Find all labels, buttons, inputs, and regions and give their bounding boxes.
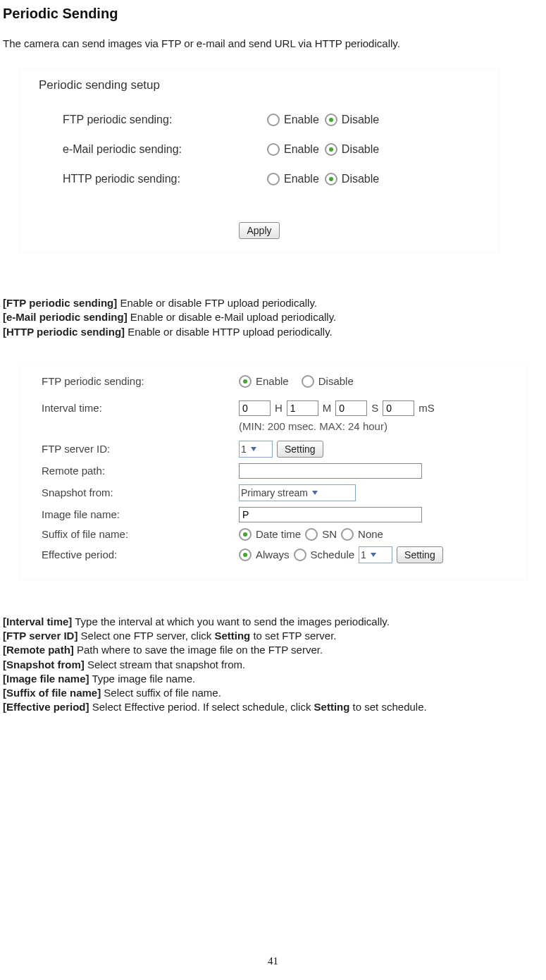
d2-remote-text: Path where to save the image file on the…	[74, 644, 323, 656]
desc-email-key: [e-Mail periodic sending]	[3, 311, 128, 323]
email-enable-radio[interactable]: Enable	[267, 143, 319, 156]
remote-path-input[interactable]	[239, 463, 422, 479]
d2-effective-post: to set schedule.	[349, 701, 426, 713]
apply-button[interactable]: Apply	[239, 222, 279, 239]
server-select-value: 1	[241, 443, 247, 455]
suffix-none-text: None	[358, 528, 383, 540]
http-disable-text: Disable	[342, 173, 379, 185]
effective-schedule-text: Schedule	[311, 549, 355, 561]
page-number: 41	[0, 955, 546, 967]
http-enable-radio[interactable]: Enable	[267, 173, 319, 185]
email-row: e-Mail periodic sending: Enable Disable	[20, 135, 498, 164]
d2-effective-bold: Setting	[314, 701, 350, 713]
hours-input[interactable]	[239, 400, 271, 416]
desc-ftp-text: Enable or disable FTP upload periodicall…	[117, 297, 317, 309]
schedule-select[interactable]: 1	[359, 546, 392, 563]
seconds-unit: S	[371, 402, 378, 414]
effective-always-radio[interactable]: Always	[239, 549, 290, 561]
http-enable-text: Enable	[284, 173, 319, 185]
email-disable-radio[interactable]: Disable	[325, 143, 379, 156]
server-setting-button[interactable]: Setting	[277, 441, 323, 458]
d2-interval-text: Type the interval at which you want to s…	[72, 615, 390, 627]
d2-effective-key: [Effective period]	[3, 701, 89, 713]
http-row: HTTP periodic sending: Enable Disable	[20, 164, 498, 194]
imgname-label: Image file name:	[42, 508, 239, 520]
f2-enable-text: Enable	[256, 375, 289, 387]
d2-server-pre: Select one FTP server, click	[77, 630, 214, 642]
suffix-datetime-text: Date time	[256, 528, 301, 540]
chevron-down-icon	[312, 491, 318, 495]
interval-hint: (MIN: 200 msec. MAX: 24 hour)	[239, 419, 526, 438]
snapshot-label: Snapshot from:	[42, 486, 239, 498]
schedule-select-value: 1	[361, 549, 366, 561]
d2-interval-key: [Interval time]	[3, 615, 72, 627]
effective-schedule-radio[interactable]: Schedule	[294, 549, 355, 561]
ms-input[interactable]	[383, 400, 414, 416]
ftp-enable-text: Enable	[284, 114, 319, 126]
d2-suffix-text: Select suffix of file name.	[101, 687, 221, 699]
schedule-setting-button[interactable]: Setting	[397, 546, 443, 563]
desc-email-text: Enable or disable e-Mail upload periodic…	[128, 311, 337, 323]
chevron-down-icon	[371, 553, 376, 557]
http-disable-radio[interactable]: Disable	[325, 173, 379, 185]
effective-label: Effective period:	[42, 549, 239, 561]
d2-server-key: [FTP server ID]	[3, 630, 77, 642]
chevron-down-icon	[251, 447, 256, 451]
suffix-label: Suffix of file name:	[42, 528, 239, 540]
page-title: Periodic Sending	[3, 6, 536, 22]
f2-ftp-label: FTP periodic sending:	[42, 375, 239, 387]
snapshot-select-value: Primary stream	[241, 487, 308, 498]
desc-http-key: [HTTP periodic sending]	[3, 326, 125, 338]
d2-remote-key: [Remote path]	[3, 644, 74, 656]
f2-enable-radio[interactable]: Enable	[239, 375, 289, 388]
d2-server-post: to set FTP server.	[250, 630, 336, 642]
http-label: HTTP periodic sending:	[63, 173, 267, 185]
desc-block-1: [FTP periodic sending] Enable or disable…	[3, 296, 536, 339]
desc-block-2: [Interval time] Type the interval at whi…	[3, 615, 536, 715]
ms-unit: mS	[418, 402, 435, 414]
d2-snapshot-text: Select stream that snapshot from.	[85, 659, 245, 670]
d2-imgname-text: Type image file name.	[89, 673, 196, 685]
ftp-row: FTP periodic sending: Enable Disable	[20, 105, 498, 135]
fig1-heading: Periodic sending setup	[20, 75, 498, 105]
desc-ftp-key: [FTP periodic sending]	[3, 297, 117, 309]
periodic-setup-figure: Periodic sending setup FTP periodic send…	[20, 68, 499, 254]
ftp-detail-figure: FTP periodic sending: Enable Disable Int…	[20, 365, 527, 581]
email-disable-text: Disable	[342, 143, 379, 156]
suffix-sn-radio[interactable]: SN	[305, 528, 337, 541]
snapshot-select[interactable]: Primary stream	[239, 484, 356, 501]
f2-disable-text: Disable	[318, 375, 354, 387]
minutes-input[interactable]	[287, 400, 318, 416]
intro-text: The camera can send images via FTP or e-…	[3, 37, 536, 49]
ftp-label: FTP periodic sending:	[63, 114, 267, 126]
f2-disable-radio[interactable]: Disable	[302, 375, 354, 388]
remote-label: Remote path:	[42, 465, 239, 477]
d2-effective-pre: Select Effective period. If select sched…	[89, 701, 314, 713]
suffix-sn-text: SN	[322, 528, 337, 540]
server-select[interactable]: 1	[239, 441, 273, 458]
ftp-enable-radio[interactable]: Enable	[267, 114, 319, 126]
d2-suffix-key: [Suffix of file name]	[3, 687, 101, 699]
server-label: FTP server ID:	[42, 443, 239, 455]
seconds-input[interactable]	[335, 400, 367, 416]
effective-always-text: Always	[256, 549, 290, 561]
desc-http-text: Enable or disable HTTP upload periodical…	[125, 326, 333, 338]
minutes-unit: M	[323, 402, 332, 414]
suffix-datetime-radio[interactable]: Date time	[239, 528, 301, 541]
ftp-disable-text: Disable	[342, 114, 379, 126]
hours-unit: H	[275, 402, 283, 414]
d2-snapshot-key: [Snapshot from]	[3, 659, 85, 670]
d2-imgname-key: [Image file name]	[3, 673, 89, 685]
d2-server-bold: Setting	[214, 630, 250, 642]
imgname-input[interactable]	[239, 507, 422, 522]
ftp-disable-radio[interactable]: Disable	[325, 114, 379, 126]
interval-label: Interval time:	[42, 402, 239, 414]
email-enable-text: Enable	[284, 143, 319, 156]
suffix-none-radio[interactable]: None	[341, 528, 383, 541]
email-label: e-Mail periodic sending:	[63, 143, 267, 156]
